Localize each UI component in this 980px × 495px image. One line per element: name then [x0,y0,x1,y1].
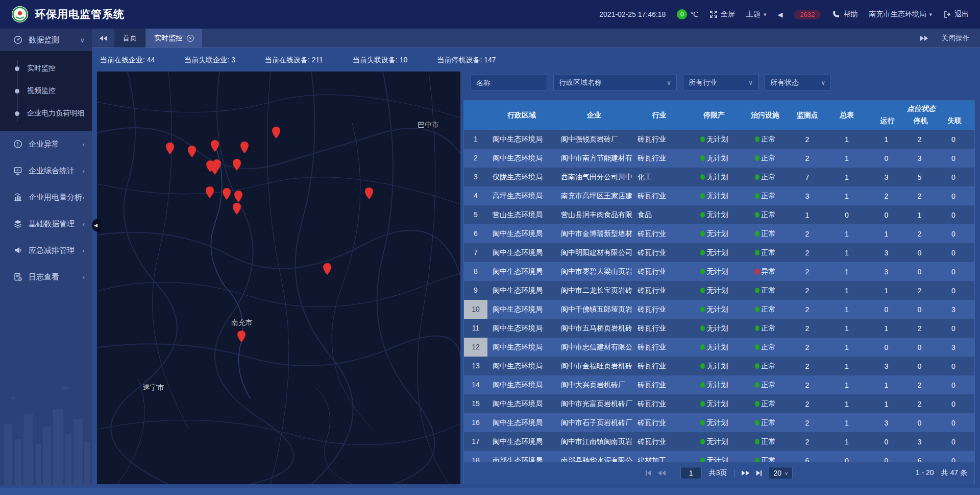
table-row[interactable]: 4高坪生态环境局南充市高坪区王家店建砖瓦行业无计划正常31220 [464,186,974,205]
tab-close-icon[interactable] [187,35,194,42]
app-root: 环保用电监管系统 2021-02-25 17:46:18 0 ℃ 全屏 主题▾ … [0,0,980,495]
tabs-scroll-right-button[interactable] [920,36,928,41]
table-row[interactable]: 17阆中生态环境局阆中市江南镇阆南页岩砖瓦行业无计划正常21030 [464,432,974,451]
app-title: 环保用电监管系统 [35,7,125,21]
map-pin[interactable] [365,187,373,199]
fullscreen-button[interactable]: 全屏 [709,10,735,19]
region-select[interactable]: 行政区域名称∨ [553,75,677,90]
map-pin[interactable] [206,186,214,198]
table-row[interactable]: 10阆中生态环境局阆中千佛镇五郎垭页岩砖瓦行业无计划正常21003 [464,300,974,319]
cell-facility-status: 正常 [742,305,788,314]
sidebar-item-企业综合统计[interactable]: 企业综合统计‹ [0,157,92,184]
map-pin[interactable] [188,146,196,157]
table-row[interactable]: 5营山生态环境局营山县润丰肉食品有限食品无计划正常10010 [464,205,974,224]
sidebar-subitem-企业电力负荷明细[interactable]: 企业电力负荷明细 [0,102,92,125]
table-row[interactable]: 2阆中生态环境局阆中市南方节能建材有砖瓦行业无计划正常21030 [464,149,974,168]
org-dropdown[interactable]: 南充市生态环境局▾ [869,10,932,19]
table-row[interactable]: 7阆中生态环境局阆中明阳建材有限公司砖瓦行业无计划正常21300 [464,243,974,262]
cell-limit-status: 无计划 [686,192,742,201]
cell-stopped: 0 [905,305,934,314]
name-search-input[interactable] [471,75,547,90]
table-row[interactable]: 12阆中生态环境局阆中市忠信建材有限公砖瓦行业无计划正常21003 [464,338,974,357]
theme-dropdown[interactable]: 主题▾ [746,10,767,19]
row-number: 8 [464,262,487,281]
cell-running: 3 [867,173,905,181]
cell-total-meters: 1 [826,305,867,314]
cell-monitor-points: 3 [788,192,826,200]
map-pin[interactable] [240,142,249,153]
table-row[interactable]: 9阆中生态环境局阆中市二龙长宝页岩砖砖瓦行业无计划正常21120 [464,281,974,300]
prev-page-button[interactable] [658,470,666,476]
next-page-button[interactable] [742,470,749,476]
sidebar-item-label: 日志查看 [29,272,59,282]
cell-company: 阆中市江南镇阆南页岩 [556,437,632,446]
map-pin[interactable] [233,159,241,171]
cell-region: 阆中生态环境局 [487,381,556,390]
table-row[interactable]: 8阆中生态环境局阆中市枣碧大梁山页岩砖瓦行业无计划异常21300 [464,262,974,281]
table-row[interactable]: 11阆中生态环境局阆中市五马桥页岩机砖砖瓦行业无计划正常21120 [464,319,974,338]
sidebar-subitem-视频监控[interactable]: 视频监控 [0,80,92,102]
status-dot-icon [755,344,760,350]
table-row[interactable]: 15阆中生态环境局阆中市光富页岩机砖厂砖瓦行业无计划正常21120 [464,394,974,413]
map-pin[interactable] [272,127,280,138]
table-row[interactable]: 14阆中生态环境局阆中大兴页岩机砖厂砖瓦行业无计划正常21120 [464,375,974,394]
map-pin[interactable] [213,159,221,171]
help-button[interactable]: 帮助 [832,10,857,19]
sidebar-item-企业异常[interactable]: 企业异常‹ [0,131,92,157]
map-pin[interactable] [211,140,219,152]
logout-button[interactable]: 退出 [943,10,969,19]
map-pin[interactable] [223,188,231,200]
table-row[interactable]: 1阆中生态环境局阆中强锐页岩砖厂砖瓦行业无计划正常21120 [464,130,974,149]
table-row[interactable]: 13阆中生态环境局阆中市金福旺页岩机砖砖瓦行业无计划正常21300 [464,357,974,375]
cell-limit-status: 无计划 [686,324,742,333]
table-row[interactable]: 16阆中生态环境局阆中市石子页岩机砖厂砖瓦行业无计划正常21300 [464,413,974,432]
filter-bar: 行政区域名称∨ 所有行业∨ 所有状态∨ [471,75,831,90]
cell-total-meters: 1 [826,438,867,446]
map-pin[interactable] [166,143,174,154]
sidebar-collapse-button[interactable]: ◀ [92,219,101,232]
map-pin[interactable] [323,263,331,275]
page-number-input[interactable]: 1 [680,467,702,479]
sidebar-item-数据监测[interactable]: 数据监测∨ [0,29,92,51]
map-pin[interactable] [233,203,241,215]
row-number: 15 [464,394,487,413]
sidebar-item-应急减排管理[interactable]: 应急减排管理‹ [0,237,92,264]
map-panel[interactable]: 巴中市南充市遂宁市 ◀ [97,72,460,484]
row-number: 10 [464,300,487,319]
cell-stopped: 2 [905,135,934,144]
tab-label: 首页 [122,34,137,43]
map-pin[interactable] [237,331,246,342]
mute-button[interactable]: ◀ [778,11,783,18]
chevron-left-icon: ‹ [83,194,85,201]
table-row[interactable]: 3仪陇生态环境局西南油气田分公司川中化工无计划正常71350 [464,168,974,186]
next-page-icon [746,470,749,476]
tabs-scroll-left-button[interactable] [92,29,114,48]
status-select[interactable]: 所有状态∨ [765,75,831,90]
cell-facility-status: 正常 [742,399,788,409]
cell-industry: 建材加工 [632,456,686,462]
table-row[interactable]: 18南部生态环境局南部县驰华水泥有限公建材加工无计划正常60060 [464,451,974,462]
tab-实时监控[interactable]: 实时监控 [146,29,202,48]
chevron-down-icon: ∨ [821,79,825,86]
sidebar-item-基础数据管理[interactable]: 基础数据管理‹ [0,210,92,237]
page-size-select[interactable]: 20∨ [769,467,793,479]
first-page-button[interactable] [646,470,651,476]
sidebar-subitem-实时监控[interactable]: 实时监控 [0,57,92,80]
sidebar-item-日志查看[interactable]: 日志查看‹ [0,264,92,290]
notification-badge[interactable]: 2632 [794,10,821,19]
sidebar-item-企业用电量分析[interactable]: 企业用电量分析‹ [0,184,92,210]
cell-limit-status: 无计划 [686,135,742,144]
sidebar-item-label: 数据监测 [29,35,59,45]
industry-select[interactable]: 所有行业∨ [683,75,758,90]
row-number: 4 [464,186,487,205]
table-row[interactable]: 6阆中生态环境局阆中市金博瑞新型墙材砖瓦行业无计划正常21120 [464,224,974,243]
tabbar-right: 关闭操作 [920,29,980,48]
log-icon [13,272,22,281]
cell-industry: 砖瓦行业 [632,267,686,276]
map-pin[interactable] [234,191,242,202]
cell-region: 阆中生态环境局 [487,399,556,409]
cell-limit-status: 无计划 [686,267,742,276]
last-page-button[interactable] [756,470,762,476]
close-operations-button[interactable]: 关闭操作 [941,34,970,43]
tab-首页[interactable]: 首页 [114,29,145,48]
